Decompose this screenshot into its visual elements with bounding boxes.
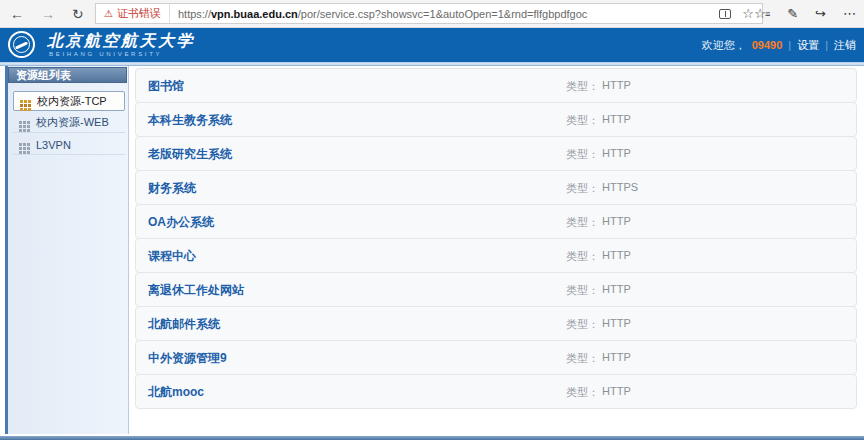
resource-link[interactable]: 北航邮件系统	[148, 315, 220, 332]
back-icon[interactable]: ←	[10, 7, 24, 21]
resource-row: 课程中心 类型： HTTP	[135, 238, 857, 273]
resource-type-value: HTTP	[602, 112, 631, 127]
toolbar-right-icons: ☆ ≡ ✎ ↪ ⋯	[754, 0, 856, 27]
resource-row: OA办公系统 类型： HTTP	[135, 204, 857, 239]
sidebar-item-label: 校内资源-WEB	[36, 115, 109, 130]
resource-type-label: 类型：	[566, 350, 599, 365]
resource-row: 财务系统 类型： HTTPS	[135, 170, 857, 205]
url-prefix: https://	[178, 8, 211, 20]
resource-row: 老版研究生系统 类型： HTTP	[135, 136, 857, 171]
resource-type-label: 类型：	[566, 214, 599, 229]
resource-type-label: 类型：	[566, 316, 599, 331]
resource-type-label: 类型：	[566, 112, 599, 127]
resource-type: 类型： HTTP	[566, 146, 631, 161]
resource-type-label: 类型：	[566, 180, 599, 195]
hub-icon[interactable]: ☆ ≡	[754, 6, 770, 21]
resource-link[interactable]: 课程中心	[148, 247, 196, 264]
welcome-text: 欢迎您，	[702, 38, 746, 53]
resource-row: 中外资源管理9 类型： HTTP	[135, 340, 857, 375]
resource-type-value: HTTP	[602, 78, 631, 93]
url-path: /por/service.csp?showsvc=1&autoOpen=1&rn…	[298, 8, 588, 20]
resource-type-label: 类型：	[566, 282, 599, 297]
resource-row: 北航邮件系统 类型： HTTP	[135, 306, 857, 341]
resource-group-sidebar: 资源组列表 校内资源-TCP 校内资源-WEB L3VPN	[5, 66, 129, 434]
resource-row: 图书馆 类型： HTTP	[135, 68, 857, 103]
url-domain: vpn.buaa.edu.cn	[211, 8, 298, 20]
certificate-error-label: 证书错误	[117, 6, 161, 21]
resource-link[interactable]: 财务系统	[148, 179, 196, 196]
resource-type-label: 类型：	[566, 248, 599, 263]
more-options-icon[interactable]: ⋯	[843, 7, 856, 20]
resource-type: 类型： HTTP	[566, 282, 631, 297]
resource-row: 北航mooc 类型： HTTP	[135, 374, 857, 409]
resource-group-icon	[19, 143, 22, 146]
resource-type-label: 类型：	[566, 78, 599, 93]
resource-link[interactable]: 中外资源管理9	[148, 349, 227, 366]
resource-type: 类型： HTTP	[566, 384, 631, 399]
menu-separator: |	[788, 39, 791, 51]
user-menu: 欢迎您，09490 | 设置 | 注销	[702, 28, 856, 62]
resource-type-value: HTTP	[602, 248, 631, 263]
sidebar-item-label: 校内资源-TCP	[37, 94, 107, 109]
resource-group-icon	[20, 100, 23, 103]
resource-type-value: HTTP	[602, 350, 631, 365]
resource-type-label: 类型：	[566, 146, 599, 161]
resource-type: 类型： HTTP	[566, 214, 631, 229]
logout-link[interactable]: 注销	[834, 38, 856, 53]
resource-link[interactable]: 离退休工作处网站	[148, 281, 244, 298]
favorite-star-icon[interactable]: ☆	[742, 6, 754, 21]
refresh-icon[interactable]: ↻	[72, 7, 84, 21]
sidebar-list: 校内资源-TCP 校内资源-WEB L3VPN	[8, 83, 128, 155]
resource-type-value: HTTPS	[602, 180, 638, 195]
site-header: 北京航空航天大学 BEIHANG UNIVERSITY 欢迎您，09490 | …	[0, 28, 864, 62]
user-id: 09490	[752, 39, 783, 51]
menu-separator: |	[825, 39, 828, 51]
sidebar-title: 资源组列表	[8, 67, 127, 83]
web-note-icon[interactable]: ✎	[787, 7, 798, 20]
resource-list: 图书馆 类型： HTTP 本科生教务系统 类型： HTTP 老版研究生系统 类型…	[135, 68, 857, 409]
resource-type-value: HTTP	[602, 384, 631, 399]
page-bottom-divider	[0, 436, 864, 440]
sidebar-item-l3vpn[interactable]: L3VPN	[13, 135, 125, 155]
resource-type-value: HTTP	[602, 214, 631, 229]
resource-type: 类型： HTTP	[566, 350, 631, 365]
resource-type: 类型： HTTP	[566, 248, 631, 263]
settings-link[interactable]: 设置	[797, 38, 819, 53]
resource-type: 类型： HTTP	[566, 78, 631, 93]
address-bar[interactable]: ⚠ 证书错误 https://vpn.buaa.edu.cn/por/servi…	[95, 3, 763, 24]
url-text[interactable]: https://vpn.buaa.edu.cn/por/service.csp?…	[170, 8, 719, 20]
university-name-en: BEIHANG UNIVERSITY	[49, 51, 162, 57]
resource-type-value: HTTP	[602, 316, 631, 331]
reading-view-icon[interactable]	[719, 9, 731, 19]
resource-group-icon	[19, 121, 22, 124]
resource-type: 类型： HTTP	[566, 112, 631, 127]
university-name-cn: 北京航空航天大学	[47, 31, 195, 52]
resource-row: 离退休工作处网站 类型： HTTP	[135, 272, 857, 307]
resource-type-value: HTTP	[602, 146, 631, 161]
resource-link[interactable]: OA办公系统	[148, 213, 214, 230]
resource-type-value: HTTP	[602, 282, 631, 297]
forward-icon[interactable]: →	[41, 7, 55, 21]
hub-lines-glyph: ≡	[765, 9, 770, 19]
sidebar-item-web[interactable]: 校内资源-WEB	[13, 113, 125, 133]
sidebar-item-tcp[interactable]: 校内资源-TCP	[13, 91, 125, 111]
browser-toolbar: ← → ↻ ⌂ ⚠ 证书错误 https://vpn.buaa.edu.cn/p…	[0, 0, 864, 28]
resource-link[interactable]: 本科生教务系统	[148, 111, 232, 128]
share-icon[interactable]: ↪	[815, 7, 826, 20]
resource-link[interactable]: 老版研究生系统	[148, 145, 232, 162]
university-logo	[8, 31, 35, 58]
warning-icon: ⚠	[104, 8, 113, 19]
resource-type-label: 类型：	[566, 384, 599, 399]
resource-row: 本科生教务系统 类型： HTTP	[135, 102, 857, 137]
resource-link[interactable]: 北航mooc	[148, 383, 204, 400]
resource-type: 类型： HTTP	[566, 316, 631, 331]
resource-link[interactable]: 图书馆	[148, 77, 184, 94]
certificate-error-badge[interactable]: ⚠ 证书错误	[96, 4, 170, 23]
resource-type: 类型： HTTPS	[566, 180, 638, 195]
browser-window: ← → ↻ ⌂ ⚠ 证书错误 https://vpn.buaa.edu.cn/p…	[0, 0, 864, 443]
sidebar-item-label: L3VPN	[36, 139, 71, 151]
